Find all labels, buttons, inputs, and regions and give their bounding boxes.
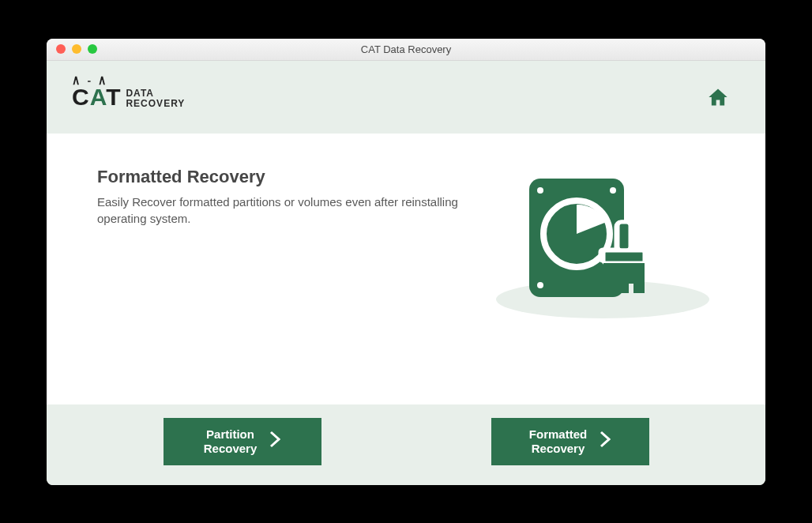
content-panel: Formatted Recovery Easily Recover format…: [47, 134, 765, 404]
svg-point-2: [610, 187, 616, 194]
disk-recovery-icon: [506, 175, 664, 309]
button-label-line1: Formatted: [529, 427, 587, 442]
home-button[interactable]: [705, 85, 731, 110]
app-window: CAT Data Recovery ∧-∧ CAT DATA RECOVERY …: [47, 39, 765, 485]
text-section: Formatted Recovery Easily Recover format…: [97, 167, 462, 389]
app-logo: ∧-∧ CAT DATA RECOVERY: [72, 85, 185, 109]
home-icon: [707, 86, 729, 108]
chevron-right-icon: [600, 429, 611, 453]
header: ∧-∧ CAT DATA RECOVERY: [47, 61, 765, 134]
button-label-line1: Partition: [204, 427, 258, 442]
logo-wordmark: ∧-∧ CAT: [72, 85, 121, 109]
footer: Partition Recovery Formatted Recovery: [47, 404, 765, 485]
page-description: Easily Recover formatted partitions or v…: [97, 194, 462, 228]
svg-rect-10: [618, 222, 630, 250]
svg-point-3: [537, 282, 543, 288]
chevron-right-icon: [269, 429, 280, 453]
button-label-line2: Recovery: [204, 442, 258, 456]
page-heading: Formatted Recovery: [97, 167, 462, 187]
logo-line2: RECOVERY: [126, 99, 185, 109]
partition-recovery-button[interactable]: Partition Recovery: [164, 418, 321, 465]
button-label-line2: Recovery: [529, 442, 587, 456]
illustration-section: [494, 167, 715, 389]
svg-point-1: [537, 187, 543, 194]
logo-subtitle: DATA RECOVERY: [126, 88, 185, 108]
svg-rect-11: [603, 250, 645, 263]
window-title: CAT Data Recovery: [47, 43, 765, 55]
formatted-recovery-button[interactable]: Formatted Recovery: [491, 418, 649, 465]
titlebar: CAT Data Recovery: [47, 39, 765, 61]
